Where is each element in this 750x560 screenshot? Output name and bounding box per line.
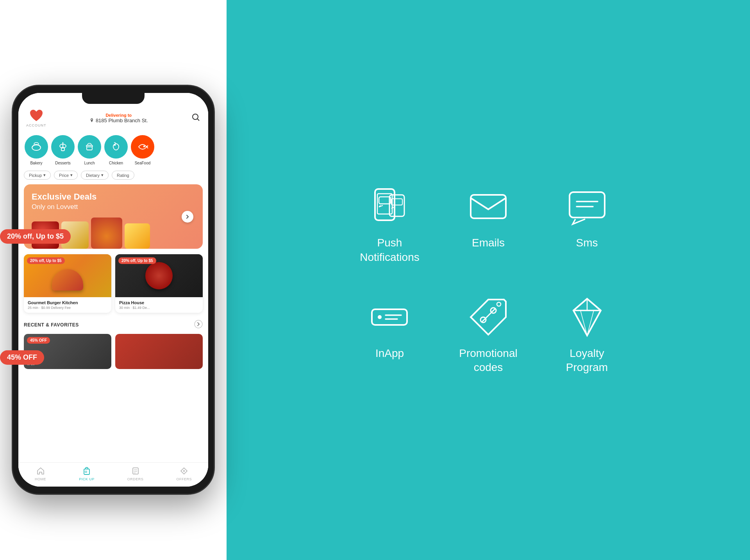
phone-screen: ACCOUNT Delivering to 8185 Plumb Branch … <box>18 93 208 487</box>
loyalty-program-label: Loyalty Program <box>566 346 608 375</box>
burger-restaurant-info: Gourmet Burger Kitchen 25 min · $0.99 De… <box>24 297 111 313</box>
pickup-icon <box>82 466 92 476</box>
svg-rect-11 <box>85 471 87 473</box>
home-icon <box>36 466 46 476</box>
feature-inapp: InApp <box>360 296 420 375</box>
phone-notch <box>82 93 145 104</box>
svg-point-8 <box>144 146 145 147</box>
dietary-filter[interactable]: Dietary ▾ <box>81 171 109 180</box>
burger-restaurant-meta: 25 min · $0.99 Delivery Fee <box>28 306 107 310</box>
bakery-label: Bakery <box>30 161 42 165</box>
svg-line-37 <box>573 310 587 335</box>
recent-next-button[interactable] <box>194 320 203 330</box>
category-seafood[interactable]: SeaFood <box>131 135 154 165</box>
sms-label: Sms <box>576 236 598 250</box>
account-label: ACCOUNT <box>26 123 46 127</box>
feature-emails: Emails <box>459 185 518 264</box>
recent-badge-1: 45% OFF <box>27 337 50 344</box>
pickup-filter[interactable]: Pickup ▾ <box>24 171 51 180</box>
nav-home-label: HOME <box>35 477 46 481</box>
svg-point-0 <box>193 114 198 119</box>
orders-svg-icon <box>131 467 140 475</box>
nav-home[interactable]: HOME <box>35 466 46 481</box>
lunch-circle <box>78 135 101 159</box>
promo-text: Exclusive Deals Only on Lovvett <box>32 192 195 211</box>
sms-icon <box>566 185 609 228</box>
recent-section-title: RECENT & FAVORITES <box>24 322 79 328</box>
right-section: Push Notifications Emails Sms <box>227 0 750 560</box>
category-bakery[interactable]: Bakery <box>25 135 48 165</box>
promo-codes-icon <box>467 296 510 339</box>
feature-sms: Sms <box>557 185 617 264</box>
category-lunch[interactable]: Lunch <box>78 135 101 165</box>
loyalty-program-icon <box>566 296 609 339</box>
inapp-icon <box>368 296 411 339</box>
banner-next-button[interactable] <box>182 211 193 223</box>
recent-cards: 45% OFF to $5 <box>18 332 208 372</box>
chicken-circle <box>104 135 128 159</box>
svg-point-7 <box>114 144 116 146</box>
nav-orders[interactable]: ORDERS <box>127 466 144 481</box>
app-logo: ACCOUNT <box>26 109 46 127</box>
price-filter[interactable]: Price ▾ <box>54 171 78 180</box>
promo-title: Exclusive Deals <box>32 192 195 202</box>
svg-line-34 <box>573 299 587 310</box>
burger-restaurant-name: Gourmet Burger Kitchen <box>28 300 107 305</box>
delivering-label: Delivering to <box>89 113 148 118</box>
left-section: 20% off, Up to $5 45% OFF ACCO <box>0 0 227 560</box>
location-icon <box>89 118 94 123</box>
restaurant-card-pizza[interactable]: 20% off, Up to $5 Pizza House 30 min · $… <box>115 254 203 313</box>
phone-outer: ACCOUNT Delivering to 8185 Plumb Branch … <box>12 85 215 495</box>
inapp-label: InApp <box>375 346 404 360</box>
svg-point-32 <box>497 302 501 306</box>
nav-pickup[interactable]: PICK UP <box>79 466 95 481</box>
lunch-label: Lunch <box>84 161 95 165</box>
desserts-circle <box>51 135 75 159</box>
seafood-circle <box>131 135 154 159</box>
recent-card-2[interactable] <box>115 334 203 369</box>
category-desserts[interactable]: Desserts <box>51 135 75 165</box>
feature-loyalty-program: Loyalty Program <box>557 296 617 375</box>
recent-chevron-icon <box>194 320 203 328</box>
pizza-discount-badge: 20% off, Up to $5 <box>118 257 156 264</box>
bakery-circle <box>25 135 48 159</box>
svg-line-1 <box>197 119 199 121</box>
chevron-right-icon <box>185 214 190 219</box>
rating-filter[interactable]: Rating <box>112 171 134 180</box>
burger-thumbnail <box>91 218 122 249</box>
floating-discount-badge-2: 45% OFF <box>0 350 44 365</box>
feature-push-notifications: Push Notifications <box>360 185 420 264</box>
bakery-icon <box>30 141 43 153</box>
heart-logo-icon <box>29 109 44 123</box>
floating-discount-badge-1: 20% off, Up to $5 <box>0 229 71 244</box>
svg-line-35 <box>587 299 601 310</box>
restaurant-card-burger[interactable]: 20% off, Up to $5 Gourmet Burger Kitchen… <box>24 254 111 313</box>
promo-subtitle: Only on Lovvett <box>32 203 195 211</box>
svg-point-9 <box>195 320 202 328</box>
filter-row: Pickup ▾ Price ▾ Dietary ▾ Rating <box>18 168 208 182</box>
bottom-nav: HOME PICK UP <box>18 462 208 487</box>
svg-rect-22 <box>570 192 605 218</box>
nav-offers[interactable]: OFFERS <box>176 466 192 481</box>
pizza-restaurant-meta: 30 min · $1.49 De... <box>119 306 199 310</box>
promo-codes-label: Promotional codes <box>459 346 517 375</box>
search-icon <box>191 112 200 122</box>
svg-rect-25 <box>372 309 407 325</box>
feature-promotional-codes: Promotional codes <box>459 296 518 375</box>
search-button[interactable] <box>191 112 200 123</box>
svg-rect-21 <box>471 195 506 218</box>
emails-label: Emails <box>472 236 505 250</box>
nav-pickup-label: PICK UP <box>79 477 95 481</box>
category-chicken[interactable]: Chicken <box>104 135 128 165</box>
push-notifications-label: Push Notifications <box>360 236 420 264</box>
burger-discount-badge: 20% off, Up to $5 <box>27 257 65 264</box>
delivery-info: Delivering to 8185 Plumb Branch St. <box>89 113 148 123</box>
categories-row: Bakery Desserts <box>18 132 208 168</box>
lunch-icon <box>83 141 96 153</box>
email-icon <box>467 185 510 228</box>
svg-line-38 <box>587 310 601 335</box>
home-svg-icon <box>36 467 45 475</box>
features-grid: Push Notifications Emails Sms <box>336 162 640 398</box>
svg-point-26 <box>378 315 382 319</box>
restaurant-cards: 20% off, Up to $5 Gourmet Burger Kitchen… <box>18 251 208 316</box>
